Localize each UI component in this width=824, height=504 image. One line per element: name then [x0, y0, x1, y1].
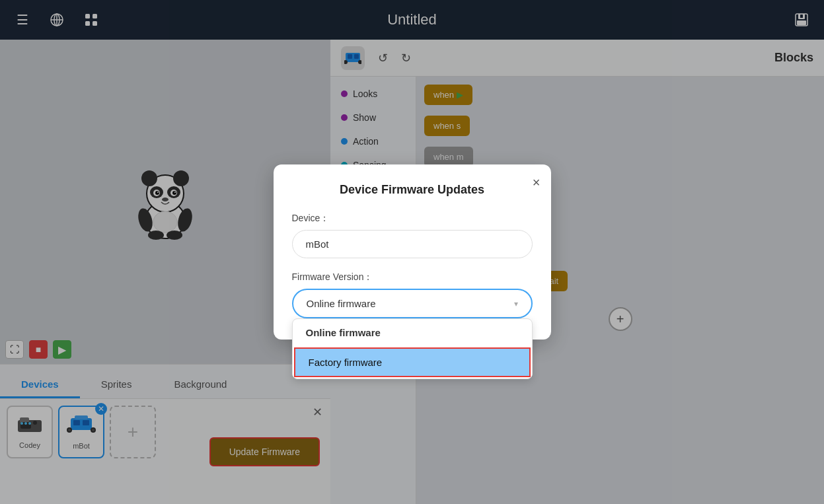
- firmware-selected-text: Online firmware: [307, 298, 376, 309]
- firmware-option-online[interactable]: Online firmware: [293, 319, 532, 346]
- device-field-label: Device：: [292, 213, 533, 225]
- firmware-modal: Device Firmware Updates × Device： Firmwa…: [274, 164, 551, 340]
- firmware-dropdown-list: Online firmware Factory firmware: [292, 318, 533, 379]
- firmware-field-label: Firmware Version：: [292, 271, 533, 283]
- modal-close-button[interactable]: ×: [533, 175, 541, 190]
- firmware-dropdown[interactable]: Online firmware ▾ Online firmware Factor…: [292, 289, 533, 318]
- device-field[interactable]: [292, 230, 533, 258]
- modal-title: Device Firmware Updates: [292, 183, 533, 197]
- chevron-down-icon: ▾: [514, 299, 518, 308]
- modal-overlay: Device Firmware Updates × Device： Firmwa…: [0, 0, 824, 504]
- firmware-option-factory[interactable]: Factory firmware: [294, 347, 531, 377]
- firmware-dropdown-selected[interactable]: Online firmware ▾: [292, 289, 533, 318]
